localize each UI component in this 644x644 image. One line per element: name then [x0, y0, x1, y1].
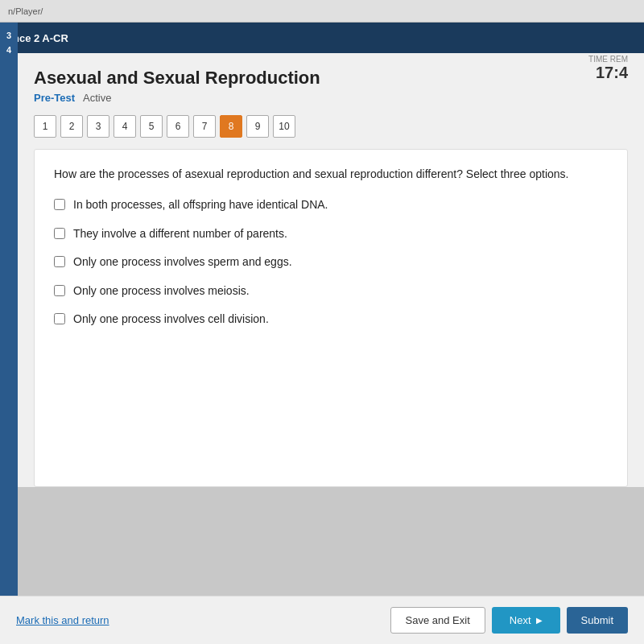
footer-bar: Mark this and return Save and Exit Next …: [0, 596, 644, 644]
checkbox-1[interactable]: [54, 199, 65, 210]
question-num-7[interactable]: 7: [193, 115, 216, 138]
answer-label-1: In both processes, all offspring have id…: [73, 197, 328, 213]
answer-label-2: They involve a different number of paren…: [73, 226, 287, 242]
question-nav-row: 1 2 3 4 5 6 7 8 9 10: [34, 115, 628, 138]
browser-url: n/Player/: [8, 6, 43, 16]
answer-option-4[interactable]: Only one process involves meiosis.: [54, 283, 608, 299]
timer-section: TIME REM 17:4: [588, 55, 628, 82]
active-badge: Active: [83, 92, 111, 104]
answer-label-3: Only one process involves sperm and eggs…: [73, 254, 292, 270]
answer-label-4: Only one process involves meiosis.: [73, 283, 250, 299]
question-num-1[interactable]: 1: [34, 115, 56, 138]
left-strip: 3 4: [0, 23, 18, 596]
checkbox-3[interactable]: [54, 256, 65, 267]
question-num-6[interactable]: 6: [167, 115, 189, 138]
checkbox-4[interactable]: [54, 285, 65, 296]
question-num-3[interactable]: 3: [87, 115, 109, 138]
subtitle-row: Pre-Test Active: [34, 92, 628, 104]
pre-test-label: Pre-Test: [34, 92, 75, 104]
question-box: How are the processes of asexual reprodu…: [34, 149, 628, 487]
question-num-8[interactable]: 8: [220, 115, 242, 138]
next-button[interactable]: Next: [492, 607, 560, 634]
answer-label-5: Only one process involves cell division.: [73, 312, 269, 328]
question-num-4[interactable]: 4: [114, 115, 136, 138]
answer-option-1[interactable]: In both processes, all offspring have id…: [54, 197, 608, 213]
app-header-title: nce 2 A-CR: [13, 32, 68, 44]
page-title: Asexual and Sexual Reproduction: [34, 68, 628, 89]
mark-return-link[interactable]: Mark this and return: [16, 614, 109, 626]
question-num-10[interactable]: 10: [273, 115, 295, 138]
submit-button[interactable]: Submit: [567, 607, 628, 634]
browser-bar: n/Player/: [0, 0, 644, 23]
strip-num-4: 4: [6, 45, 11, 55]
answer-option-2[interactable]: They involve a different number of paren…: [54, 226, 608, 242]
timer-value: 17:4: [588, 64, 628, 82]
checkbox-2[interactable]: [54, 228, 65, 239]
question-text: How are the processes of asexual reprodu…: [54, 166, 608, 183]
question-num-2[interactable]: 2: [60, 115, 83, 138]
timer-label: TIME REM: [588, 55, 628, 64]
strip-num-3: 3: [6, 31, 11, 40]
question-num-9[interactable]: 9: [246, 115, 269, 138]
footer-buttons: Save and Exit Next Submit: [390, 607, 628, 634]
answer-option-3[interactable]: Only one process involves sperm and eggs…: [54, 254, 608, 270]
checkbox-5[interactable]: [54, 313, 65, 324]
question-num-5[interactable]: 5: [140, 115, 163, 138]
app-header: nce 2 A-CR: [0, 23, 644, 53]
save-exit-button[interactable]: Save and Exit: [390, 607, 485, 634]
answer-option-5[interactable]: Only one process involves cell division.: [54, 312, 608, 328]
